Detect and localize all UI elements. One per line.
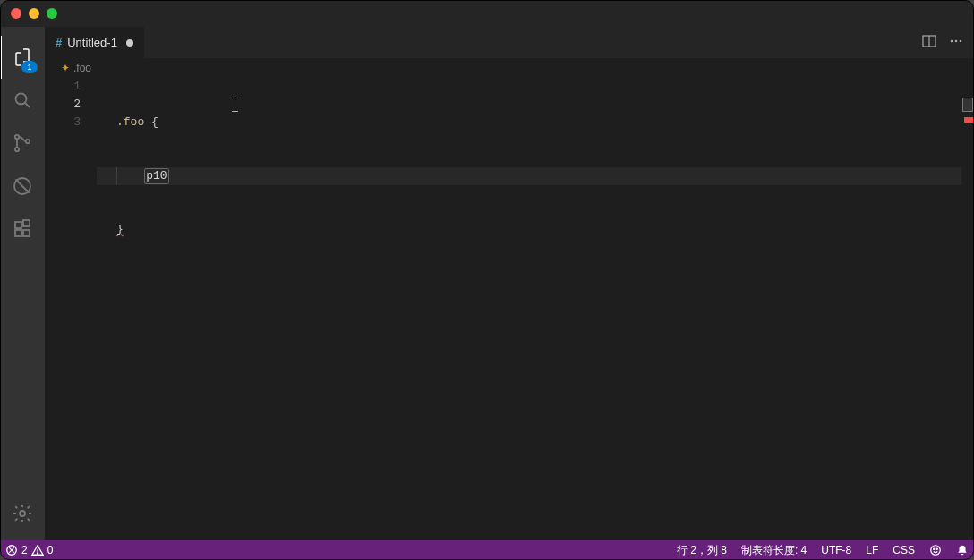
activity-debug[interactable] xyxy=(0,165,45,208)
editor-area[interactable]: 1 2 3 .foo { p10 } xyxy=(45,78,974,540)
line-number: 1 xyxy=(45,78,81,96)
svg-point-18 xyxy=(936,548,937,549)
svg-rect-6 xyxy=(15,230,21,236)
window-close-button[interactable] xyxy=(11,8,21,19)
line-number: 3 xyxy=(45,114,81,132)
code-line[interactable]: p10 xyxy=(97,167,974,185)
line-number: 2 xyxy=(45,96,81,114)
css-filetype-icon: # xyxy=(56,36,62,49)
svg-point-1 xyxy=(15,135,19,139)
css-rule-icon: ✦ xyxy=(61,62,70,74)
code-content[interactable]: .foo { p10 } xyxy=(97,78,974,540)
tab-dirty-indicator xyxy=(126,39,133,47)
line-number-gutter: 1 2 3 xyxy=(45,78,97,540)
status-indentation[interactable]: 制表符长度: 4 xyxy=(736,543,812,558)
activity-explorer-badge: 1 xyxy=(21,61,38,73)
activity-extensions[interactable] xyxy=(0,208,45,250)
breadcrumb[interactable]: ✦ .foo xyxy=(45,58,974,78)
more-actions-icon[interactable] xyxy=(949,34,963,52)
activity-settings[interactable] xyxy=(0,492,45,535)
breadcrumb-item: .foo xyxy=(73,62,91,74)
svg-point-9 xyxy=(20,511,25,516)
ruler-viewport-marker xyxy=(962,98,973,112)
svg-rect-7 xyxy=(23,230,30,236)
svg-rect-5 xyxy=(15,222,21,228)
editor-tabs: # Untitled-1 xyxy=(45,27,974,58)
window-zoom-button[interactable] xyxy=(47,8,57,19)
text-cursor xyxy=(235,98,235,112)
status-problems[interactable]: 2 0 xyxy=(0,544,58,556)
css-selector-token: .foo xyxy=(116,115,144,129)
warning-icon xyxy=(31,544,44,556)
svg-point-0 xyxy=(16,94,27,105)
code-line[interactable]: .foo { xyxy=(97,114,974,132)
indent-guide xyxy=(116,167,117,185)
bell-icon xyxy=(956,544,969,556)
activity-bar: 1 xyxy=(0,27,45,540)
error-count: 2 xyxy=(21,544,28,556)
error-icon xyxy=(5,544,18,556)
code-line[interactable]: } xyxy=(97,221,974,239)
overview-ruler[interactable] xyxy=(961,78,974,540)
emmet-abbreviation: p10 xyxy=(144,168,168,184)
svg-point-17 xyxy=(934,548,935,549)
brace-token: } xyxy=(116,223,124,237)
smiley-icon xyxy=(929,544,942,556)
warning-count: 0 xyxy=(47,544,54,556)
tab-untitled[interactable]: # Untitled-1 xyxy=(45,27,145,58)
activity-source-control[interactable] xyxy=(0,122,45,165)
status-bar: 2 0 行 2，列 8 制表符长度: 4 UTF-8 LF CSS xyxy=(0,540,974,560)
activity-explorer[interactable]: 1 xyxy=(0,36,45,79)
tab-label: Untitled-1 xyxy=(67,36,117,49)
ruler-error-marker xyxy=(964,117,973,123)
status-feedback[interactable] xyxy=(924,544,947,556)
svg-point-2 xyxy=(15,148,19,151)
status-cursor-position[interactable]: 行 2，列 8 xyxy=(671,543,732,558)
svg-rect-8 xyxy=(23,220,30,226)
svg-point-12 xyxy=(955,39,958,42)
status-eol[interactable]: LF xyxy=(860,544,884,556)
activity-search[interactable] xyxy=(0,79,45,122)
svg-point-15 xyxy=(37,553,38,554)
svg-point-13 xyxy=(960,39,962,42)
svg-point-16 xyxy=(931,546,941,556)
svg-point-11 xyxy=(951,39,953,42)
status-notifications[interactable] xyxy=(951,544,974,556)
status-language-mode[interactable]: CSS xyxy=(887,544,920,556)
split-editor-icon[interactable] xyxy=(922,34,936,52)
svg-point-3 xyxy=(26,140,30,143)
status-encoding[interactable]: UTF-8 xyxy=(816,544,857,556)
window-titlebar xyxy=(0,0,974,27)
brace-token: { xyxy=(144,115,158,129)
window-minimize-button[interactable] xyxy=(29,8,39,19)
